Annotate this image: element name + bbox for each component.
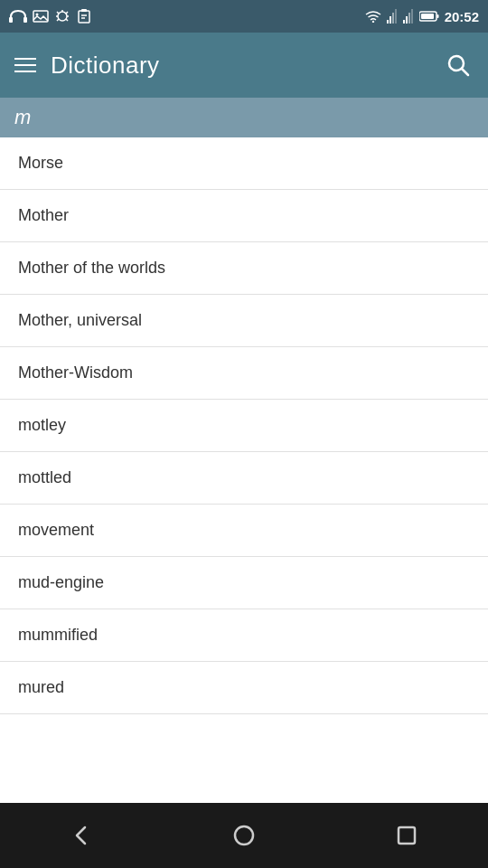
svg-rect-0	[9, 17, 13, 23]
list-item[interactable]: motley	[0, 400, 488, 452]
svg-rect-12	[392, 13, 394, 24]
svg-rect-13	[395, 9, 397, 24]
svg-rect-6	[81, 9, 87, 12]
recent-icon	[394, 823, 419, 848]
svg-rect-20	[421, 14, 434, 19]
svg-rect-19	[436, 14, 438, 18]
back-icon	[69, 823, 94, 848]
list-item[interactable]: mured	[0, 662, 488, 714]
hamburger-line-3	[14, 71, 36, 72]
word-text: mud-engine	[18, 573, 104, 591]
hamburger-menu-button[interactable]	[14, 58, 36, 72]
word-text: Mother, universal	[18, 311, 142, 329]
home-icon	[231, 823, 257, 848]
svg-rect-10	[387, 20, 389, 24]
word-text: Mother	[18, 206, 69, 224]
status-left-icons	[9, 8, 92, 24]
svg-point-3	[36, 14, 39, 16]
recent-button[interactable]	[372, 816, 441, 855]
svg-rect-15	[406, 16, 408, 24]
word-text: motley	[18, 416, 66, 434]
image-icon	[33, 8, 49, 24]
svg-rect-14	[403, 20, 405, 24]
list-item[interactable]: movement	[0, 505, 488, 557]
nav-bar	[0, 803, 488, 868]
status-time: 20:52	[445, 9, 479, 24]
svg-line-22	[462, 69, 468, 75]
word-text: mottled	[18, 468, 71, 486]
bug-icon	[54, 8, 70, 24]
word-text: movement	[18, 521, 94, 539]
app-title: Dictionary	[51, 52, 160, 80]
section-letter: m	[14, 106, 31, 129]
home-button[interactable]	[210, 816, 278, 855]
list-item[interactable]: Mother-Wisdom	[0, 347, 488, 400]
section-header: m	[0, 98, 488, 137]
wifi-icon	[365, 10, 381, 23]
hamburger-line-2	[14, 64, 36, 66]
headset-icon	[9, 8, 27, 24]
list-item[interactable]: mud-engine	[0, 557, 488, 609]
svg-point-23	[235, 826, 253, 844]
toolbar: Dictionary	[0, 33, 488, 98]
svg-point-9	[371, 21, 373, 23]
list-item[interactable]: Mother	[0, 190, 488, 242]
svg-rect-16	[408, 13, 410, 24]
word-text: mummified	[18, 626, 98, 644]
clipboard-icon	[76, 8, 92, 24]
svg-rect-17	[411, 9, 413, 24]
word-text: Morse	[18, 154, 63, 172]
svg-rect-24	[399, 827, 415, 844]
svg-rect-11	[389, 16, 391, 24]
battery-icon	[419, 10, 439, 23]
word-list: MorseMotherMother of the worldsMother, u…	[0, 137, 488, 803]
word-text: Mother of the worlds	[18, 259, 165, 277]
word-text: mured	[18, 678, 64, 696]
list-item[interactable]: mummified	[0, 609, 488, 662]
status-bar: 20:52	[0, 0, 488, 33]
list-item[interactable]: Morse	[0, 137, 488, 190]
word-text: Mother-Wisdom	[18, 363, 133, 382]
search-icon	[446, 53, 470, 77]
signal-icon-2	[403, 9, 414, 24]
svg-rect-5	[79, 11, 89, 23]
toolbar-left: Dictionary	[14, 52, 160, 80]
signal-icon-1	[387, 9, 398, 24]
svg-rect-2	[33, 11, 48, 22]
search-button[interactable]	[443, 50, 474, 80]
hamburger-line-1	[14, 58, 36, 60]
back-button[interactable]	[47, 816, 116, 855]
svg-rect-1	[23, 17, 27, 23]
status-right-icons: 20:52	[365, 9, 479, 24]
list-item[interactable]: Mother of the worlds	[0, 242, 488, 295]
list-item[interactable]: mottled	[0, 452, 488, 505]
list-item[interactable]: Mother, universal	[0, 295, 488, 347]
